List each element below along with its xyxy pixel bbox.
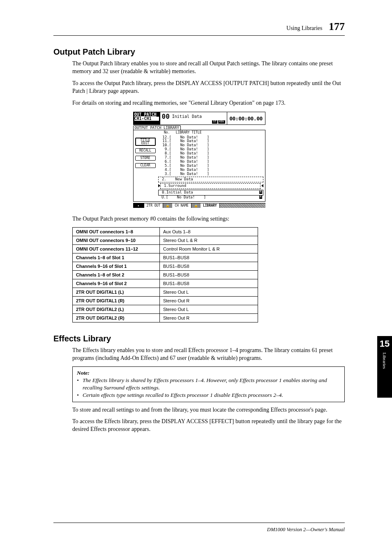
table-row: 2TR OUT DIGITAL2 (L)Stereo Out L (73, 305, 258, 313)
setting-value: Stereo Out R (159, 313, 258, 322)
table-row: Channels 1–8 of Slot 1BUS1–BUS8 (73, 253, 258, 262)
note-item: The Effects library is shared by Effects… (83, 377, 340, 391)
library-screenshot: OUT PATCH CH1-CH1 00 Initial Data ST 48k… (133, 112, 265, 208)
list-header: No. LIBRARY TITLE (158, 131, 263, 135)
paragraph: The Output Patch library enables you to … (72, 60, 345, 76)
list-item-selected[interactable]: 1.Surround (160, 183, 261, 189)
tab-library[interactable]: LIBRARY (201, 203, 220, 208)
samplerate-badge: 48k (218, 120, 225, 124)
table-row: OMNI OUT connectors 9–10Stereo Out L & R (73, 236, 258, 244)
setting-name: 2TR OUT DIGITAL1 (R) (73, 296, 160, 305)
paragraph: To access the Effects library, press the… (72, 418, 345, 433)
readonly-badge: R (259, 196, 262, 199)
paragraph: To access the Output Patch library, pres… (72, 80, 345, 95)
setting-value: Control Room Monitor L & R (159, 244, 258, 253)
preset-settings-table: OMNI OUT connectors 1–8Aux Outs 1–8OMNI … (72, 227, 258, 322)
setting-value: Stereo Out L (159, 305, 258, 313)
list-item-initial[interactable]: 0.Initial Data R (158, 190, 263, 196)
lock-icon: 🔒 (163, 203, 172, 208)
tab-scroll-left[interactable]: ◂ (133, 203, 144, 208)
screen-title-area: 00 Initial Data ST 48k (160, 112, 227, 124)
setting-name: 2TR OUT DIGITAL2 (L) (73, 305, 160, 313)
selection-pointer-left-icon (261, 184, 263, 187)
setting-name: OMNI OUT connectors 11–12 (73, 244, 160, 253)
note-title: Note: (77, 369, 340, 377)
table-row: OMNI OUT connectors 11–12Control Room Mo… (73, 244, 258, 253)
tab-ch-name[interactable]: CH NAME (172, 203, 191, 208)
footer-text: DM1000 Version 2—Owner's Manual (267, 527, 345, 533)
setting-name: OMNI OUT connectors 9–10 (73, 236, 160, 244)
patch-title: Initial Data (172, 115, 202, 119)
tab-filler (220, 203, 265, 208)
table-row: Channels 9–16 of Slot 2BUS1–BUS8 (73, 279, 258, 288)
lock-icon: 🔒 (191, 203, 201, 208)
setting-value: BUS1–BUS8 (159, 279, 258, 288)
table-row: Channels 9–16 of Slot 1BUS1–BUS8 (73, 262, 258, 270)
store-button[interactable]: STORE (135, 156, 156, 161)
clear-button[interactable]: CLEAR (135, 163, 156, 168)
table-row: Channels 1–8 of Slot 2BUS1–BUS8 (73, 270, 258, 279)
setting-value: BUS1–BUS8 (159, 262, 258, 270)
list-item-user[interactable]: U.[ No Data! ] R (158, 196, 263, 200)
setting-name: Channels 9–16 of Slot 2 (73, 279, 160, 288)
paragraph: The Output Patch preset memory #0 contai… (72, 215, 345, 223)
table-row: OMNI OUT connectors 1–8Aux Outs 1–8 (73, 227, 258, 236)
footer-rule (53, 523, 345, 523)
table-row: 2TR OUT DIGITAL2 (R)Stereo Out R (73, 313, 258, 322)
paragraph: The Effects library enables you to store… (72, 347, 345, 362)
setting-name: Channels 1–8 of Slot 2 (73, 270, 160, 279)
setting-value: BUS1–BUS8 (159, 253, 258, 262)
chapter-number: 15 (377, 339, 392, 348)
setting-name: 2TR OUT DIGITAL1 (L) (73, 288, 160, 296)
chapter-side-tab: 15 Libraries (377, 336, 392, 398)
screen-mode-label: OUT PATCH CH1-CH1 (134, 112, 160, 124)
meter-level: 00 (162, 113, 170, 120)
setting-name: Channels 1–8 of Slot 1 (73, 253, 160, 262)
stereo-badge: ST (212, 120, 217, 124)
recall-button[interactable]: RECALL (135, 148, 156, 153)
paragraph: For details on storing and recalling mem… (72, 99, 345, 107)
setting-value: BUS1–BUS8 (159, 270, 258, 279)
heading-effects-library: Effects Library (53, 334, 345, 343)
readonly-badge: R (259, 191, 262, 194)
page-header: Using Libraries 177 (53, 21, 345, 35)
setting-name: OMNI OUT connectors 1–8 (73, 227, 160, 236)
table-row: 2TR OUT DIGITAL1 (L)Stereo Out L (73, 288, 258, 296)
title-edit-button[interactable]: TITLE EDIT (135, 138, 156, 146)
table-row: 2TR OUT DIGITAL1 (R)Stereo Out R (73, 296, 258, 305)
paragraph: To store and recall settings to and from… (72, 406, 345, 414)
library-tab: OUTPUT PATCH LIBRARY (133, 125, 181, 130)
heading-output-patch-library: Output Patch Library (53, 47, 345, 57)
setting-value: Stereo Out L & R (159, 236, 258, 244)
chapter-label: Libraries (382, 352, 387, 369)
note-item: Certain effects type settings recalled t… (83, 391, 283, 399)
section-name: Using Libraries (286, 25, 322, 31)
list-item[interactable]: 3.[ No Data! ] (158, 172, 263, 176)
setting-name: 2TR OUT DIGITAL2 (R) (73, 313, 160, 322)
setting-name: Channels 9–16 of Slot 1 (73, 262, 160, 270)
timecode-display: 00:00:00.00 (227, 112, 265, 124)
setting-value: Stereo Out L (159, 288, 258, 296)
list-item-new[interactable]: 2. New Data (158, 177, 263, 182)
page-number: 177 (329, 21, 345, 32)
setting-value: Stereo Out R (159, 296, 258, 305)
tab-2tr-out[interactable]: 2TR OUT (144, 203, 164, 208)
note-box: Note: •The Effects library is shared by … (72, 366, 345, 402)
setting-value: Aux Outs 1–8 (159, 227, 258, 236)
